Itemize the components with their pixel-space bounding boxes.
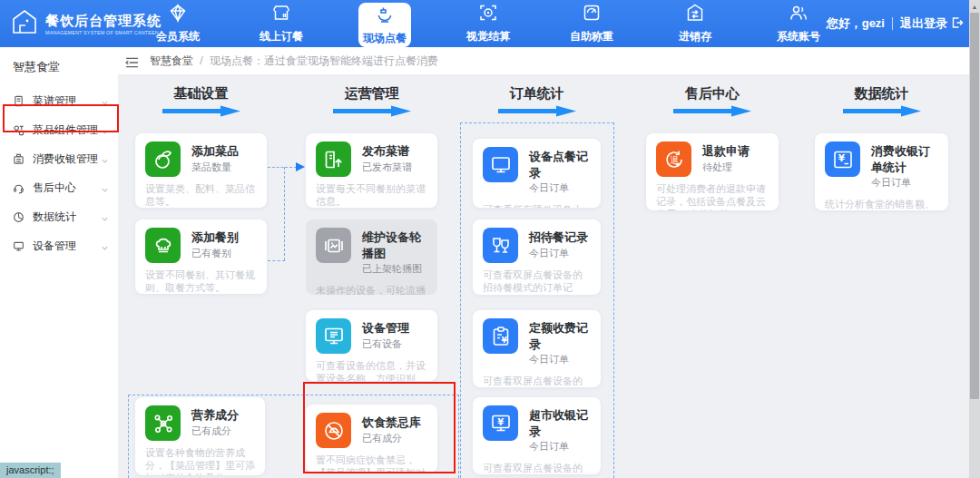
card-subtitle: 今日订单 [529,440,591,454]
arrow-underline-icon [496,105,578,117]
sidebar-item-dish-components[interactable]: 菜品组件管理 [0,115,118,144]
breadcrumb-root[interactable]: 智慧食堂 [150,54,193,67]
monitor-icon [483,147,518,182]
scrollbar[interactable]: ▲ [969,0,980,478]
top-nav: 会员系统 线上订餐 现场点餐 视觉结算 自助称重 进销存 系统账号 [126,0,850,47]
sidebar-item-cashier-management[interactable]: 消费收银管理 [0,144,118,173]
card-subtitle: 已有设备 [362,337,409,351]
card-description: 置不同病症饮食禁忌，【菜品管理】里可添加对应的。 [316,454,427,473]
chevron-down-icon [101,126,109,134]
sidebar-item-label: 菜品组件管理 [33,122,101,138]
nav-label: 现场点餐 [363,31,407,46]
supermarket-cashier-records-card[interactable]: ¥ 超市收银记录 今日订单 可查看双屏点餐设备的超市收银的订单记录。 [473,397,601,474]
breadcrumb: 智慧食堂 / 现场点餐：通过食堂现场智能终端进行点餐消费 [150,54,438,69]
card-subtitle: 已有餐别 [191,247,239,260]
chevron-down-icon [101,184,109,192]
connector-line [268,167,297,168]
sidebar-collapse-icon[interactable] [125,55,139,66]
card-subtitle: 今日订单 [529,247,588,260]
card-subtitle: 今日订单 [529,181,591,195]
chef-hat-icon [145,228,181,263]
card-description: 统计分析食堂的销售额、成本、用餐人数，及各菜品销量、餐别等... [825,198,938,210]
nav-member-system[interactable]: 会员系统 [126,0,230,47]
card-description: 可查看双屏点餐设备的超市收银的订单记录。 [483,462,591,474]
card-subtitle: 今日订单 [871,176,938,190]
svg-text:¥: ¥ [501,335,507,344]
card-subtitle: 今日订单 [529,353,591,366]
monitor-list-icon [316,318,351,354]
card-subtitle: 已发布菜谱 [362,161,412,174]
sidebar-item-label: 数据统计 [33,210,101,225]
card-description: 设置菜类、配料、菜品信息等。 [145,182,257,208]
diet-taboo-card[interactable]: 饮食禁忌库 已有成分 置不同病症饮食禁忌，【菜品管理】里可添加对应的。 [306,405,437,473]
chevron-down-icon [101,213,109,221]
card-title: 添加餐别 [191,229,239,246]
sidebar-item-label: 设备管理 [33,239,101,254]
self-weigh-icon [582,3,602,26]
nav-label: 线上订餐 [260,29,303,44]
column-header-order-statistics: 订单统计 [473,85,601,117]
device-management-card[interactable]: 设备管理 已有设备 可查看设备的信息，并设置设备名称，方便识别。 [306,310,437,381]
column-title: 售后中心 [646,85,779,102]
logout-icon [951,16,964,32]
account-icon [789,3,808,26]
card-title: 设备点餐记录 [529,149,591,181]
nav-inventory[interactable]: 进销存 [643,0,747,47]
clipboard-yen-icon: ¥ [483,318,518,354]
add-meal-type-card[interactable]: 添加餐别 已有餐别 设置不同餐别、其订餐规则、取餐方式等。 [135,219,267,294]
nav-label: 系统账号 [777,29,820,44]
add-dish-card[interactable]: 添加菜品 菜品数量 设置菜类、配料、菜品信息等。 [135,133,267,208]
card-subtitle: 已有成分 [362,432,421,445]
sidebar-item-aftersale-center[interactable]: 售后中心 [0,173,118,202]
sidebar-item-data-statistics[interactable]: 数据统计 [0,202,118,231]
sidebar-item-label: 售后中心 [33,180,101,196]
connector-line [268,260,285,261]
card-subtitle: 待处理 [702,161,750,174]
nav-online-ordering[interactable]: 线上订餐 [230,0,333,47]
logout-button[interactable]: 退出登录 [900,15,964,32]
card-description: 未操作的设备，可轮流播放上架的广告图。 [316,284,427,295]
device-carousel-card[interactable]: 维护设备轮播图 已上架轮播图 未操作的设备，可轮流播放上架的广告图。 [306,219,437,295]
stats-icon [13,211,24,223]
sidebar-item-device-management[interactable]: 设备管理 [0,231,118,260]
hospitality-meal-records-card[interactable]: 招待餐记录 今日订单 可查看双屏点餐设备的招待餐模式的订单记录。 [473,219,601,295]
device-icon [13,240,24,252]
vision-checkout-icon [478,3,498,26]
refund-request-card[interactable]: 退 退款申请 待处理 可处理消费者的退款申请记录，包括设备点餐及云餐厅H5上的订… [646,133,779,210]
scrollbar-up-arrow-icon[interactable]: ▲ [969,0,980,13]
recipe-icon [13,95,24,107]
storefront-icon [271,3,291,26]
nutrition-card[interactable]: 营养成分 已有成分 设置各种食物的营养成分，【菜品管理】里可添加对应的食物及分.… [135,397,265,475]
card-title: 维护设备轮播图 [362,229,427,262]
publish-menu-card[interactable]: 发布菜谱 已发布菜谱 设置每天不同餐别的菜谱信息。 [306,133,437,208]
refund-icon: 退 [656,141,691,177]
nav-self-weighing[interactable]: 自助称重 [540,0,643,47]
breadcrumb-bar: 智慧食堂 / 现场点餐：通过食堂现场智能终端进行点餐消费 [118,47,969,74]
nav-vision-checkout[interactable]: 视觉结算 [436,0,540,47]
nav-onsite-ordering[interactable]: 现场点餐 [358,3,411,47]
yen-stats-icon: ¥ [825,141,860,177]
sidebar-item-label: 消费收银管理 [33,151,101,167]
svg-text:¥: ¥ [838,151,845,162]
card-description: 可查看双屏点餐设备的定额收费模式的订单记录。 [483,375,591,387]
logout-label: 退出登录 [900,15,947,32]
card-title: 营养成分 [191,407,239,424]
card-title: 招待餐记录 [529,229,588,246]
device-order-records-card[interactable]: 设备点餐记录 今日订单 可查看所有硬件设备上的点餐订单记录。 [473,139,601,208]
column-title: 订单统计 [473,85,601,102]
sidebar-item-recipe-management[interactable]: 菜谱管理 [0,86,118,115]
arrow-underline-icon [161,105,242,117]
scrollbar-thumb[interactable] [970,13,979,399]
cashier-icon [13,153,24,165]
publish-menu-icon [316,141,351,177]
cashier-order-stats-card[interactable]: ¥ 消费收银订单统计 今日订单 统计分析食堂的销售额、成本、用餐人数，及各菜品销… [815,133,948,210]
glasses-icon [483,228,518,263]
molecule-icon [145,405,181,441]
arrow-underline-icon [331,105,413,117]
sidebar-brand: 智慧食堂 [0,47,118,75]
column-title: 基础设置 [135,85,267,102]
breadcrumb-separator: / [200,54,202,67]
card-title: 消费收银订单统计 [871,143,938,176]
fixed-fee-records-card[interactable]: ¥ 定额收费记录 今日订单 可查看双屏点餐设备的定额收费模式的订单记录。 [473,310,601,387]
no-food-icon [316,413,351,448]
